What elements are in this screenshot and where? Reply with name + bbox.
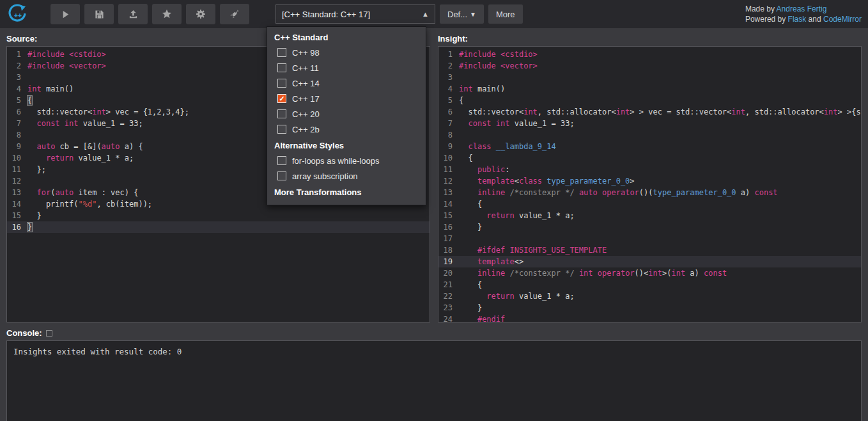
insight-label: Insight: [438,34,468,44]
dropdown-option-c-14[interactable]: C++ 14 [267,75,426,91]
run-button[interactable] [50,4,80,24]
dropdown-section-header: C++ Standard [267,29,426,45]
checkbox-unchecked-icon [277,125,286,134]
dropdown-option-label: C++ 20 [292,109,320,119]
code-text: class __lambda_9_14 [459,141,556,152]
code-text: inline /*constexpr */ int operator()<int… [459,267,727,279]
code-line[interactable]: 19 template<> [438,256,861,267]
save-button[interactable] [84,4,114,24]
line-number: 15 [438,210,459,221]
dropdown-option-label: C++ 14 [292,79,320,88]
line-number: 16 [438,221,459,233]
code-line[interactable]: 22 return value_1 * a; [438,290,861,302]
line-number: 23 [438,302,459,314]
console-toggle-checkbox[interactable] [46,330,52,337]
code-line[interactable]: 18 #ifdef INSIGHTS_USE_TEMPLATE [438,244,861,256]
experimental-button[interactable] [220,4,249,24]
line-number: 18 [438,244,459,256]
share-button[interactable] [118,4,148,24]
code-line[interactable]: 10 { [438,152,861,164]
code-line[interactable]: 3 [438,72,861,83]
cpp-standard-select[interactable]: [C++ Standard: C++ 17] ▲ [275,4,435,24]
code-text: { [459,198,482,210]
line-number: 6 [7,106,27,118]
code-line[interactable]: 23 } [438,302,861,314]
line-number: 4 [7,83,27,95]
code-line[interactable]: 8 [438,129,861,141]
console-label: Console: [6,328,42,338]
code-text: { [27,95,32,106]
flask-link[interactable]: Flask [788,15,807,24]
code-text: std::vector<int, std::allocator<int> > v… [459,106,862,118]
code-line[interactable]: 9 class __lambda_9_14 [438,141,861,152]
def-button[interactable]: Def...▼ [440,4,484,24]
checkbox-unchecked-icon [277,171,286,180]
code-line[interactable]: 12 template<class type_parameter_0_0> [438,175,861,187]
code-line[interactable]: 15 return value_1 * a; [438,210,861,221]
play-icon [61,10,70,19]
code-text: inline /*constexpr */ auto operator()(ty… [459,187,778,198]
settings-button[interactable] [186,4,215,24]
insight-editor[interactable]: 1#include <cstdio>2#include <vector>34in… [438,46,862,322]
code-line[interactable]: 5{ [438,95,861,106]
code-line[interactable]: 4int main() [438,83,861,95]
code-text: } [27,210,42,221]
code-text: #include <cstdio> [459,49,538,60]
more-button[interactable]: More [488,4,523,24]
code-text: public: [459,164,510,175]
console-output: Insights exited with result code: 0 [6,340,862,421]
code-line[interactable]: 6 std::vector<int, std::allocator<int> >… [438,106,861,118]
line-number: 13 [438,187,459,198]
dropdown-option-c-2b[interactable]: C++ 2b [267,122,426,137]
dropdown-option-label: C++ 2b [292,125,320,134]
code-text: printf("%d", cb(item)); [27,198,152,210]
code-line[interactable]: 17 [438,233,861,244]
line-number: 6 [438,106,459,118]
checkbox-unchecked-icon [277,63,286,72]
main-area: Source: Insight: 1#include <cstdio>2#inc… [0,33,868,322]
line-number: 8 [7,129,27,141]
code-line[interactable]: 16} [7,221,430,233]
cpp-standard-select-value: [C++ Standard: C++ 17] [282,10,370,19]
code-line[interactable]: 21 { [438,279,861,290]
code-line[interactable]: 1#include <cstdio> [438,49,861,60]
cpp-insights-logo[interactable]: ++ [6,3,46,25]
code-text: std::vector<int> vec = {1,2,3,4}; [27,106,189,118]
dropdown-section-header: Alternative Styles [267,137,426,153]
toolbar: ++ [0,0,868,28]
code-line[interactable]: 16 } [438,221,861,233]
gear-icon [196,9,206,19]
line-number: 12 [7,175,27,187]
line-number: 16 [7,221,27,233]
source-label: Source: [6,34,37,44]
code-line[interactable]: 2#include <vector> [438,60,861,72]
dropdown-option-c-17[interactable]: ✓C++ 17 [267,91,426,106]
dropdown-option-for-loops-as-while-loops[interactable]: for-loops as while-loops [267,153,426,168]
line-number: 5 [7,95,27,106]
code-line[interactable]: 13 inline /*constexpr */ auto operator()… [438,187,861,198]
checkbox-unchecked-icon [277,48,286,57]
dropdown-option-array-subscription[interactable]: array subscription [267,168,426,184]
code-line[interactable]: 14 { [438,198,861,210]
code-line[interactable]: 7 const int value_1 = 33; [438,118,861,129]
author-link[interactable]: Andreas Fertig [777,4,827,13]
codemirror-link[interactable]: CodeMirror [823,15,862,24]
code-text: } [459,221,482,233]
dropdown-option-c-98[interactable]: C++ 98 [267,45,426,60]
line-number: 2 [7,60,27,72]
star-button[interactable] [152,4,182,24]
dropdown-option-label: C++ 17 [292,94,320,104]
dropdown-option-c-20[interactable]: C++ 20 [267,106,426,122]
credits-made-by-text: Made by [745,4,777,13]
dropdown-option-label: array subscription [292,171,358,181]
code-line[interactable]: 24 #endif [438,314,861,322]
code-line[interactable]: 15 } [7,210,430,221]
line-number: 10 [7,152,27,164]
save-icon [95,10,104,19]
dropdown-option-c-11[interactable]: C++ 11 [267,60,426,75]
credits-and-text: and [806,15,823,24]
code-line[interactable]: 20 inline /*constexpr */ int operator()<… [438,267,861,279]
rocket-icon [229,9,240,19]
line-number: 14 [438,198,459,210]
code-line[interactable]: 11 public: [438,164,861,175]
